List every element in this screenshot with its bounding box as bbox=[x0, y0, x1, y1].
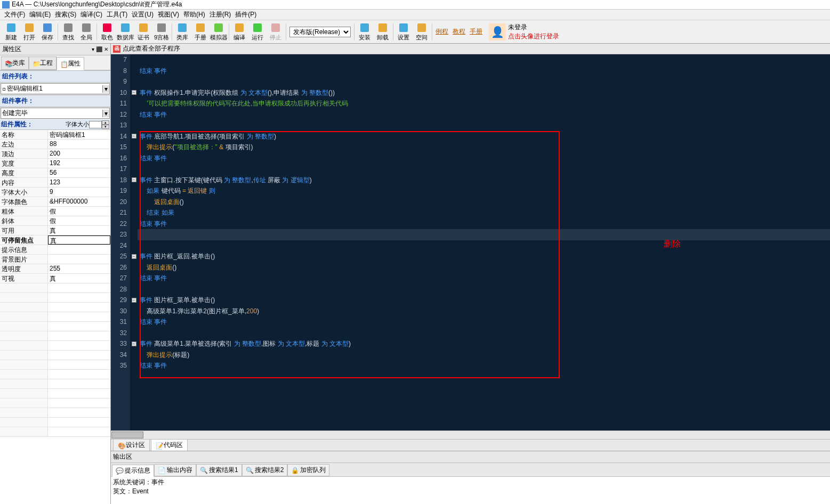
link-手册[interactable]: 手册 bbox=[470, 27, 482, 36]
release-combo[interactable]: 发布版(Release) bbox=[289, 27, 351, 37]
property-row[interactable]: 可停留焦点真 bbox=[0, 235, 110, 245]
property-value[interactable]: &HFF000000 bbox=[48, 197, 110, 206]
link-教程[interactable]: 教程 bbox=[453, 27, 465, 36]
property-row[interactable]: 字体大小9 bbox=[0, 188, 110, 197]
toolbar-卸载[interactable]: 卸载 bbox=[374, 21, 392, 43]
output-tab-搜索结果2[interactable]: 🔍搜索结果2 bbox=[242, 464, 288, 476]
property-value[interactable]: 假 bbox=[48, 216, 110, 225]
toolbar-安装[interactable]: 安装 bbox=[356, 21, 374, 43]
toolbar-运行[interactable]: 运行 bbox=[248, 21, 267, 43]
code-line[interactable]: 事件 图片框_菜单.被单击() bbox=[138, 295, 830, 306]
menu-item[interactable]: 文件(F) bbox=[2, 9, 27, 20]
code-line[interactable] bbox=[138, 229, 830, 240]
fold-marker[interactable]: − bbox=[130, 87, 138, 99]
fold-marker[interactable]: − bbox=[130, 175, 138, 186]
code-line[interactable]: 结束 事件 bbox=[138, 153, 830, 164]
menu-item[interactable]: 设置(U) bbox=[130, 9, 156, 20]
code-line[interactable]: 事件 主窗口.按下某键(键代码 为 整数型,传址 屏蔽 为 逻辑型) bbox=[138, 175, 830, 186]
code-line[interactable]: 结束 如果 bbox=[138, 207, 830, 218]
property-row[interactable]: 左边88 bbox=[0, 140, 110, 149]
code-line[interactable]: 返回桌面() bbox=[138, 197, 830, 208]
code-line[interactable] bbox=[138, 76, 830, 87]
property-value[interactable]: 真 bbox=[48, 274, 110, 283]
property-value[interactable]: 真 bbox=[48, 226, 110, 235]
property-row[interactable]: 顶边200 bbox=[0, 149, 110, 159]
code-line[interactable] bbox=[138, 120, 830, 131]
property-value[interactable]: 56 bbox=[48, 168, 110, 177]
menu-item[interactable]: 编译(C) bbox=[78, 9, 104, 20]
property-row[interactable]: 字体颜色&HFF000000 bbox=[0, 197, 110, 207]
property-row[interactable]: 背景图片 bbox=[0, 255, 110, 264]
code-line[interactable]: 事件 高级菜单1.菜单被选择(索引 为 整数型,图标 为 文本型,标题 为 文本… bbox=[138, 338, 830, 349]
property-row[interactable]: 透明度255 bbox=[0, 264, 110, 274]
toolbar-9宫格[interactable]: 9宫格 bbox=[152, 21, 171, 43]
code-line[interactable]: 结束 事件 bbox=[138, 66, 830, 77]
property-row[interactable]: 名称密码编辑框1 bbox=[0, 130, 110, 140]
property-value[interactable]: 密码编辑框1 bbox=[48, 130, 110, 139]
login-hint[interactable]: 点击头像进行登录 bbox=[508, 32, 559, 41]
property-value[interactable] bbox=[48, 255, 110, 264]
code-editor[interactable]: 7891011121314151617181920212223242526272… bbox=[111, 54, 830, 430]
code-line[interactable]: 结束 事件 bbox=[138, 316, 830, 328]
fold-marker[interactable]: − bbox=[130, 295, 138, 306]
login-area[interactable]: 👤未登录点击头像进行登录 bbox=[489, 23, 559, 41]
code-line[interactable] bbox=[138, 54, 830, 66]
code-line[interactable]: 结束 事件 bbox=[138, 218, 830, 230]
code-line[interactable]: 如果 键代码 = 返回键 则 bbox=[138, 185, 830, 197]
property-value[interactable]: 123 bbox=[48, 178, 110, 187]
code-line[interactable] bbox=[138, 328, 830, 339]
property-value[interactable]: 192 bbox=[48, 159, 110, 168]
spin-up-icon[interactable]: ▴ bbox=[102, 120, 109, 125]
output-tab-搜索结果1[interactable]: 🔍搜索结果1 bbox=[196, 464, 242, 476]
editor-tab-label[interactable]: 点此查看全部子程序 bbox=[123, 44, 180, 53]
property-value[interactable]: 200 bbox=[48, 149, 110, 158]
toolbar-证书[interactable]: 证书 bbox=[134, 21, 152, 43]
toolbar-设置[interactable]: 设置 bbox=[394, 21, 413, 43]
property-value[interactable] bbox=[48, 245, 110, 254]
code-line[interactable]: 事件 底部导航1.项目被选择(项目索引 为 整数型) bbox=[138, 131, 830, 142]
property-value[interactable]: 9 bbox=[48, 188, 110, 197]
code-line[interactable]: 高级菜单1.弹出菜单2(图片框_菜单,200) bbox=[138, 306, 830, 317]
component-combo[interactable]: ▫ 密码编辑框1 ▾ bbox=[1, 83, 110, 94]
toolbar-查找[interactable]: 查找 bbox=[59, 21, 77, 43]
menu-item[interactable]: 工具(T) bbox=[104, 9, 130, 20]
code-line[interactable] bbox=[138, 284, 830, 295]
event-combo[interactable]: 创建完毕 ▾ bbox=[1, 108, 110, 119]
menu-item[interactable]: 搜索(S) bbox=[53, 9, 78, 20]
scrollbar-thumb[interactable] bbox=[111, 432, 143, 438]
code-lines[interactable]: 删除 结束 事件事件 权限操作1.申请完毕(权限数组 为 文本型(),申请结果 … bbox=[138, 54, 830, 430]
fold-marker[interactable]: − bbox=[130, 251, 138, 262]
code-line[interactable]: 弹出提示(标题) bbox=[138, 349, 830, 361]
property-row[interactable]: 斜体假 bbox=[0, 216, 110, 226]
output-tab-提示信息[interactable]: 💬提示信息 bbox=[112, 465, 154, 477]
code-line[interactable]: '可以把需要特殊权限的代码写在此处,当申请权限成功后再执行相关代码 bbox=[138, 98, 830, 109]
toolbar-模拟器[interactable]: 模拟器 bbox=[209, 21, 228, 43]
toolbar-取色[interactable]: 取色 bbox=[98, 21, 116, 43]
output-tab-输出内容[interactable]: 📄输出内容 bbox=[154, 464, 196, 476]
output-tab-加密队列[interactable]: 🔒加密队列 bbox=[287, 464, 329, 476]
font-size-input[interactable] bbox=[89, 121, 102, 128]
code-line[interactable] bbox=[138, 164, 830, 175]
toolbar-全局[interactable]: 全局 bbox=[77, 21, 95, 43]
property-row[interactable]: 宽度192 bbox=[0, 159, 110, 168]
property-value[interactable]: 真 bbox=[48, 235, 110, 245]
toolbar-空间[interactable]: 空间 bbox=[413, 21, 431, 43]
menu-item[interactable]: 视图(V) bbox=[156, 9, 181, 20]
property-value[interactable]: 255 bbox=[48, 264, 110, 273]
toolbar-新建[interactable]: 新建 bbox=[2, 21, 20, 43]
property-row[interactable]: 粗体假 bbox=[0, 207, 110, 216]
spin-down-icon[interactable]: ▾ bbox=[102, 125, 109, 129]
toolbar-类库[interactable]: 类库 bbox=[173, 21, 191, 43]
code-line[interactable]: 返回桌面() bbox=[138, 262, 830, 273]
toolbar-手册[interactable]: 手册 bbox=[191, 21, 209, 43]
property-row[interactable]: 可用真 bbox=[0, 226, 110, 235]
link-例程[interactable]: 例程 bbox=[436, 27, 448, 36]
view-tab-代码区[interactable]: 📝代码区 bbox=[151, 439, 188, 451]
tab-类库[interactable]: 📚类库 bbox=[1, 56, 29, 70]
tab-工程[interactable]: 📁工程 bbox=[29, 56, 57, 70]
fold-marker[interactable]: − bbox=[130, 131, 138, 142]
menu-item[interactable]: 帮助(H) bbox=[181, 9, 207, 20]
code-line[interactable]: 结束 事件 bbox=[138, 109, 830, 120]
property-row[interactable]: 内容123 bbox=[0, 178, 110, 188]
code-line[interactable]: 结束 事件 bbox=[138, 360, 830, 371]
